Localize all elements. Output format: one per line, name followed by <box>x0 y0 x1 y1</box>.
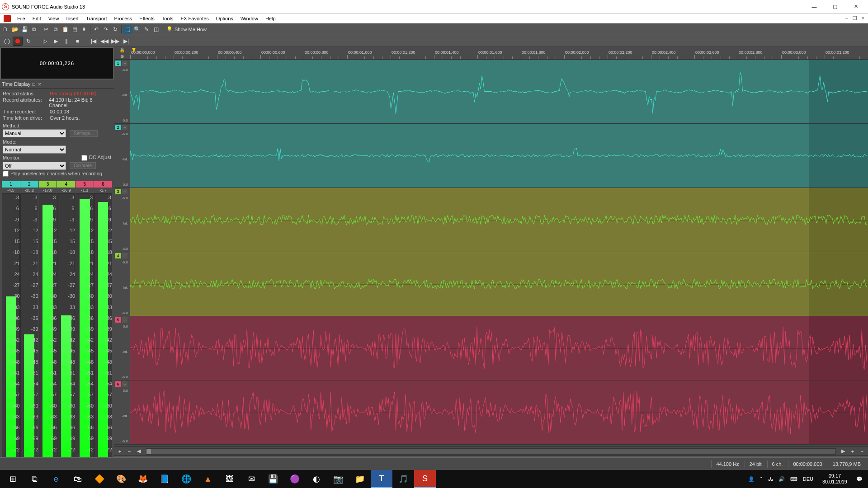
window-close-button[interactable]: ✕ <box>845 0 866 14</box>
transport-loop-playback-button[interactable]: ↻ <box>24 37 33 46</box>
edit-tool-button[interactable]: ⬚ <box>123 25 132 34</box>
save-as-button[interactable]: ⧉ <box>29 25 38 34</box>
mdi-restore-button[interactable]: ❐ <box>851 15 859 21</box>
horizontal-scrollbar[interactable] <box>146 448 836 455</box>
lock-icon[interactable]: 🔒 <box>114 47 130 53</box>
status-channels[interactable]: 6 ch. <box>767 460 788 468</box>
scroll-right-button[interactable]: ▶ <box>839 448 847 455</box>
settings-button[interactable]: Settings... <box>70 130 98 137</box>
track-header-3[interactable]: 3 – -6.0-Inf.-6.0 <box>114 188 130 252</box>
save-button[interactable]: 💾 <box>20 25 29 34</box>
tray-language[interactable]: DEU <box>803 476 813 482</box>
monitor-select[interactable]: Off <box>3 162 66 170</box>
close-panel-icon[interactable]: × <box>38 81 41 87</box>
track-minimize-icon[interactable]: – <box>122 189 127 194</box>
transport-pause-button[interactable]: ‖ <box>61 37 71 46</box>
scroll-left-button[interactable]: ◀ <box>135 448 143 455</box>
menu-process[interactable]: Process <box>111 14 136 23</box>
waveform-5[interactable] <box>130 316 868 380</box>
menu-edit[interactable]: Edit <box>29 14 45 23</box>
app-icon-6[interactable]: 🟣 <box>284 470 306 488</box>
dc-adjust-checkbox[interactable]: DC Adjust <box>81 155 111 161</box>
magnify-tool-button[interactable]: 🔍 <box>132 25 142 34</box>
track-header-5[interactable]: 5 – -6.0-Inf.-6.0 <box>114 316 130 380</box>
zoom-out-horiz-button[interactable]: − <box>858 448 866 455</box>
app-icon-3[interactable]: 📘 <box>154 470 175 488</box>
save-icon[interactable]: 💾 <box>262 470 284 488</box>
mode-select[interactable]: Normal <box>3 145 66 154</box>
mail-icon[interactable]: ✉ <box>241 470 262 488</box>
track-3[interactable]: 3 – -6.0-Inf.-6.0 <box>114 188 868 252</box>
track-minimize-icon[interactable]: – <box>122 253 127 258</box>
menu-tools[interactable]: Tools <box>158 14 177 23</box>
waveform-4[interactable] <box>130 252 868 316</box>
app-icon-9[interactable]: 🎵 <box>392 470 414 488</box>
transport-end-button[interactable]: ▶| <box>121 37 131 46</box>
app-icon-5[interactable]: 🖼 <box>219 470 241 488</box>
track-header-4[interactable]: 4 – -6.0-Inf.-6.0 <box>114 252 130 316</box>
tray-people-icon[interactable]: 👤 <box>748 476 755 482</box>
track-4[interactable]: 4 – -6.0-Inf.-6.0 <box>114 252 868 316</box>
time-ruler[interactable]: 00:00:00,00000:00:00,20000:00:00,40000:0… <box>130 47 868 59</box>
status-file-size[interactable]: 13.778,9 MB <box>828 460 865 468</box>
transport-loop-button[interactable]: ◯ <box>2 37 12 46</box>
time-display-tab[interactable]: Time Display ◻ × <box>0 80 114 89</box>
pencil-tool-button[interactable]: ✎ <box>142 25 151 34</box>
redo-button[interactable]: ↷ <box>101 25 110 34</box>
edge-icon[interactable]: e <box>45 470 67 488</box>
meter-channel-5[interactable]: 5 -1.3 -3-6-9-12-15-18-21-24-27-30-33-36… <box>75 181 94 465</box>
app-icon-1[interactable]: 🔶 <box>89 470 110 488</box>
mdi-minimize-button[interactable]: – <box>843 15 851 21</box>
mix-button[interactable]: ▤ <box>70 25 79 34</box>
app-icon-4[interactable]: 🌐 <box>175 470 197 488</box>
status-bit-depth[interactable]: 24 bit <box>745 460 766 468</box>
track-header-6[interactable]: 6 – -6.0-Inf.-6.0 <box>114 380 130 444</box>
transport-start-button[interactable]: |◀ <box>89 37 99 46</box>
status-selection[interactable]: 00:00:00,000 <box>788 460 826 468</box>
menu-transport[interactable]: Transport <box>82 14 111 23</box>
track-minimize-icon[interactable]: – <box>122 381 127 387</box>
menu-effects[interactable]: Effects <box>136 14 158 23</box>
track-5[interactable]: 5 – -6.0-Inf.-6.0 <box>114 316 868 380</box>
store-icon[interactable]: 🛍 <box>67 470 89 488</box>
soundforge-taskbar-icon[interactable]: S <box>414 470 436 488</box>
tray-keyboard-icon[interactable]: ⌨ <box>790 476 797 482</box>
show-me-how-button[interactable]: 💡 Show Me How <box>164 26 209 32</box>
transport-rewind-button[interactable]: ◀◀ <box>99 37 109 46</box>
menu-view[interactable]: View <box>45 14 63 23</box>
waveform-1[interactable] <box>130 60 868 123</box>
open-button[interactable]: 📂 <box>10 25 19 34</box>
track-header-2[interactable]: 2 – -6.0-Inf.-6.0 <box>114 124 130 188</box>
transport-record-button[interactable] <box>13 37 23 46</box>
zoom-in-vert-button[interactable]: + <box>116 448 124 455</box>
copy-button[interactable]: ⧉ <box>51 25 60 34</box>
meter-channel-6[interactable]: 6 -1.7 -3-6-9-12-15-18-21-24-27-30-33-36… <box>94 181 112 465</box>
explorer-icon[interactable]: 📁 <box>349 470 371 488</box>
track-2[interactable]: 2 – -6.0-Inf.-6.0 <box>114 124 868 188</box>
zoom-in-horiz-button[interactable]: + <box>849 448 857 455</box>
mdi-close-button[interactable]: × <box>859 15 867 21</box>
window-minimize-button[interactable]: — <box>804 0 825 14</box>
undo-button[interactable]: ↶ <box>92 25 101 34</box>
track-1[interactable]: 1 – -6.0-Inf.-6.0 <box>114 60 868 124</box>
menu-help[interactable]: Help <box>262 14 279 23</box>
taskview-button[interactable]: ⧉ <box>24 470 45 488</box>
menu-fx-favorites[interactable]: FX Favorites <box>177 14 212 23</box>
cut-button[interactable]: ✂ <box>42 25 51 34</box>
menu-options[interactable]: Options <box>212 14 237 23</box>
track-minimize-icon[interactable]: – <box>122 61 127 66</box>
transport-forward-button[interactable]: ▶▶ <box>110 37 120 46</box>
meter-channel-1[interactable]: 1 -4.5 -3-6-9-12-15-18-21-24-27-30-33-36… <box>2 181 20 465</box>
transport-play-all-button[interactable]: ▶ <box>51 37 61 46</box>
waveform-2[interactable] <box>130 124 868 188</box>
tray-clock[interactable]: 09:17 30.01.2019 <box>819 473 851 485</box>
start-button[interactable]: ⊞ <box>2 470 24 488</box>
calibrate-button[interactable]: Calibrate <box>70 162 96 169</box>
waveform-3[interactable] <box>130 188 868 252</box>
app-icon-7[interactable]: ◐ <box>306 470 327 488</box>
tray-chevron-icon[interactable]: ˄ <box>760 476 763 482</box>
track-6[interactable]: 6 – -6.0-Inf.-6.0 <box>114 380 868 445</box>
menu-window[interactable]: Window <box>237 14 262 23</box>
ruler-options-icon[interactable]: ⊕ <box>114 53 130 60</box>
play-unselected-checkbox[interactable]: Play unselected channels when recording <box>3 171 102 177</box>
